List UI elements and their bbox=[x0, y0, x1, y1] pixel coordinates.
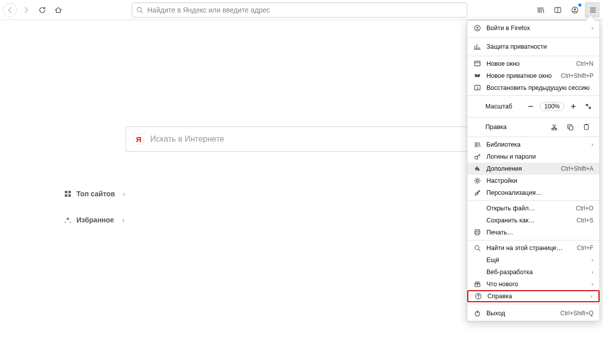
favorites-section[interactable]: Избранное › bbox=[64, 216, 125, 224]
menu-new-private-window[interactable]: Новое приватное окно Ctrl+Shift+P bbox=[467, 70, 599, 82]
menu-restore-session[interactable]: Восстановить предыдущую сессию bbox=[467, 82, 599, 94]
svg-point-19 bbox=[476, 180, 478, 182]
zoom-label: Масштаб bbox=[472, 103, 522, 110]
separator bbox=[467, 37, 599, 38]
chevron-right-icon: › bbox=[591, 269, 593, 276]
separator bbox=[467, 137, 599, 137]
svg-rect-10 bbox=[475, 61, 480, 66]
svg-point-3 bbox=[574, 8, 576, 10]
menu-web-developer[interactable]: Веб-разработка › bbox=[467, 266, 599, 278]
yandex-logo-icon: Я bbox=[133, 134, 144, 145]
print-icon bbox=[473, 228, 481, 236]
favorites-label: Избранное bbox=[76, 216, 114, 224]
svg-rect-6 bbox=[65, 194, 67, 197]
paintbrush-icon bbox=[473, 189, 481, 197]
key-icon bbox=[473, 153, 481, 161]
menu-more[interactable]: Ещё › bbox=[467, 254, 599, 266]
search-placeholder: Искать в Интернете bbox=[150, 135, 224, 144]
menu-zoom-row: Масштаб 100% bbox=[467, 97, 599, 115]
copy-button[interactable] bbox=[562, 121, 578, 133]
svg-rect-16 bbox=[584, 125, 588, 130]
top-sites-section[interactable]: Топ сайтов › bbox=[64, 190, 125, 198]
power-icon bbox=[473, 309, 481, 317]
menu-exit[interactable]: Выход Ctrl+Shift+Q bbox=[467, 306, 599, 321]
url-bar[interactable] bbox=[132, 3, 467, 18]
menu-addons[interactable]: Дополнения Ctrl+Shift+A bbox=[467, 163, 599, 175]
cut-button[interactable] bbox=[546, 121, 562, 133]
browser-toolbar bbox=[0, 0, 603, 20]
chevron-right-icon: › bbox=[123, 190, 126, 198]
edit-label: Правка bbox=[472, 124, 546, 131]
zoom-value[interactable]: 100% bbox=[540, 102, 564, 111]
menu-whats-new[interactable]: Что нового › bbox=[467, 278, 599, 290]
chevron-right-icon: › bbox=[590, 293, 592, 300]
reload-button[interactable] bbox=[35, 3, 49, 17]
sparkle-icon bbox=[64, 216, 71, 223]
menu-settings[interactable]: Настройки bbox=[467, 175, 599, 187]
paste-button[interactable] bbox=[578, 121, 594, 133]
library-button[interactable] bbox=[534, 3, 548, 17]
shield-chart-icon bbox=[473, 43, 481, 51]
fullscreen-button[interactable] bbox=[582, 100, 594, 112]
svg-rect-22 bbox=[476, 233, 479, 235]
menu-customize[interactable]: Персонализация… bbox=[467, 187, 599, 199]
svg-rect-7 bbox=[68, 194, 71, 197]
svg-rect-17 bbox=[585, 124, 587, 125]
chevron-right-icon: › bbox=[122, 216, 125, 224]
menu-privacy[interactable]: Защита приватности bbox=[467, 39, 599, 54]
separator bbox=[467, 240, 599, 240]
zoom-out-button[interactable] bbox=[525, 100, 537, 112]
menu-logins[interactable]: Логины и пароли bbox=[467, 151, 599, 163]
restore-icon bbox=[473, 84, 481, 92]
svg-rect-4 bbox=[65, 191, 67, 193]
app-menu-button[interactable] bbox=[585, 3, 600, 18]
back-button[interactable] bbox=[3, 3, 17, 17]
menu-library[interactable]: Библиотека › bbox=[467, 139, 599, 151]
account-button[interactable] bbox=[568, 3, 582, 17]
library-icon bbox=[473, 141, 481, 149]
zoom-in-button[interactable] bbox=[567, 100, 579, 112]
menu-find[interactable]: Найти на этой странице… Ctrl+F bbox=[467, 242, 599, 254]
chevron-right-icon: › bbox=[591, 25, 593, 32]
top-sites-label: Топ сайтов bbox=[76, 190, 115, 198]
help-icon bbox=[474, 292, 482, 300]
menu-print[interactable]: Печать… bbox=[467, 226, 599, 238]
account-icon bbox=[473, 24, 481, 32]
svg-point-23 bbox=[475, 246, 479, 250]
separator bbox=[467, 56, 599, 56]
url-input[interactable] bbox=[147, 6, 463, 14]
home-button[interactable] bbox=[51, 3, 65, 17]
chevron-right-icon: › bbox=[591, 281, 593, 288]
gift-icon bbox=[473, 280, 481, 288]
menu-open-file[interactable]: Открыть файл… Ctrl+O bbox=[467, 202, 599, 214]
separator bbox=[467, 200, 599, 201]
menu-edit-row: Правка bbox=[467, 119, 599, 135]
menu-help[interactable]: Справка › bbox=[467, 290, 599, 302]
search-icon bbox=[136, 7, 143, 14]
svg-rect-5 bbox=[68, 191, 71, 193]
search-icon bbox=[473, 244, 481, 252]
chevron-right-icon: › bbox=[591, 257, 593, 264]
grid-icon bbox=[64, 190, 71, 197]
separator bbox=[467, 117, 599, 117]
app-menu-panel: Войти в Firefox › Защита приватности Нов… bbox=[467, 20, 600, 321]
puzzle-icon bbox=[473, 165, 481, 173]
menu-new-window[interactable]: Новое окно Ctrl+N bbox=[467, 58, 599, 70]
gear-icon bbox=[473, 177, 481, 185]
forward-button[interactable] bbox=[19, 3, 33, 17]
separator bbox=[467, 95, 599, 96]
chevron-right-icon: › bbox=[591, 141, 593, 148]
svg-rect-15 bbox=[569, 126, 573, 130]
separator bbox=[467, 304, 599, 304]
menu-sign-in[interactable]: Войти в Firefox › bbox=[467, 21, 599, 36]
window-icon bbox=[473, 60, 481, 68]
svg-point-9 bbox=[476, 27, 478, 29]
sidebar-button[interactable] bbox=[551, 3, 565, 17]
mask-icon bbox=[473, 72, 481, 80]
menu-save-as[interactable]: Сохранить как… Ctrl+S bbox=[467, 214, 599, 226]
